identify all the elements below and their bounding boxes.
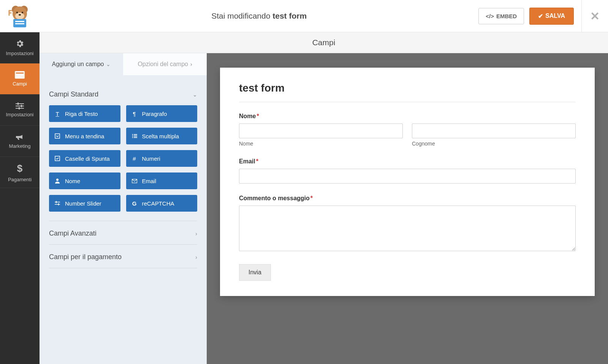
nav-label: Marketing <box>9 143 30 149</box>
svg-rect-14 <box>16 103 24 104</box>
nav-settings[interactable]: Impostazioni <box>0 95 40 126</box>
form-field-message[interactable]: Commento o messaggio* <box>239 195 576 253</box>
tab-label: Aggiungi un campo <box>52 61 104 68</box>
check-icon: ✔ <box>538 13 543 20</box>
field-email[interactable]: Email <box>126 173 198 189</box>
first-name-sublabel: Nome <box>239 141 403 147</box>
section-title: Campi <box>312 38 336 47</box>
form-card: test form Nome* Nome Cognome <box>220 68 595 296</box>
hash-icon: # <box>131 155 138 162</box>
editing-form-name: test form <box>272 11 307 20</box>
sliders-icon <box>54 201 60 206</box>
svg-rect-12 <box>16 74 24 76</box>
embed-label: EMBED <box>496 13 517 19</box>
field-recaptcha[interactable]: GreCAPTCHA <box>126 195 198 212</box>
gear-icon <box>15 39 24 48</box>
sliders-icon <box>16 103 24 109</box>
envelope-icon <box>131 179 138 183</box>
form-field-name[interactable]: Nome* Nome Cognome <box>239 113 576 147</box>
svg-rect-11 <box>16 73 24 74</box>
group-advanced[interactable]: Campi Avanzati › <box>49 221 197 244</box>
group-label: Campi per il pagamento <box>49 253 122 261</box>
field-numbers[interactable]: #Numeri <box>126 150 198 167</box>
chevron-down-icon: ⌄ <box>106 61 111 67</box>
save-button[interactable]: ✔ SALVA <box>529 8 574 25</box>
dropdown-icon <box>54 133 60 139</box>
submit-button[interactable]: Invia <box>239 264 271 281</box>
last-name-sublabel: Cognome <box>412 141 576 147</box>
nav-fields[interactable]: Campi <box>0 63 40 95</box>
first-name-input[interactable] <box>239 123 403 138</box>
svg-rect-20 <box>55 134 60 138</box>
svg-rect-19 <box>19 107 20 109</box>
name-label: Nome* <box>239 113 576 120</box>
last-name-input[interactable] <box>412 123 576 138</box>
tab-label: Opzioni del campo <box>138 61 188 68</box>
group-standard[interactable]: Campi Standard ⌄ <box>49 82 197 105</box>
text-icon: T <box>54 111 60 117</box>
form-field-email[interactable]: Email* <box>239 158 576 184</box>
nav-marketing[interactable]: Marketing <box>0 126 40 157</box>
embed-button[interactable]: </> EMBED <box>478 8 524 24</box>
topbar: Stai modificando test form </> EMBED ✔ S… <box>0 0 608 32</box>
close-icon: ✕ <box>590 9 600 23</box>
close-button[interactable]: ✕ <box>581 0 608 32</box>
field-multichoice[interactable]: Scelta multipla <box>126 128 198 144</box>
group-payment[interactable]: Campi per il pagamento › <box>49 245 197 268</box>
chevron-down-icon: ⌄ <box>193 92 197 98</box>
code-icon: </> <box>486 13 494 19</box>
group-label: Campi Avanzati <box>49 229 97 237</box>
field-paragraph[interactable]: ¶Paragrafo <box>126 105 198 122</box>
user-icon <box>54 178 60 184</box>
svg-rect-26 <box>134 137 137 138</box>
form-preview: test form Nome* Nome Cognome <box>207 53 608 364</box>
checkbox-icon <box>54 156 60 161</box>
svg-point-4 <box>16 12 18 13</box>
svg-point-5 <box>22 12 23 13</box>
bullhorn-icon <box>15 133 24 141</box>
email-input[interactable] <box>239 169 576 184</box>
svg-rect-16 <box>16 106 24 106</box>
field-slider[interactable]: Number Slider <box>49 195 120 212</box>
svg-rect-9 <box>15 23 24 24</box>
group-label: Campi Standard <box>49 90 98 98</box>
required-asterisk: * <box>256 158 258 165</box>
topbar-actions: </> EMBED ✔ SALVA <box>478 8 574 25</box>
save-label: SALVA <box>545 13 565 19</box>
list-icon <box>131 134 138 138</box>
nav-label: Campi <box>13 81 27 87</box>
tab-add-field[interactable]: Aggiungi un campo ⌄ <box>40 53 123 75</box>
editing-prefix: Stai modificando <box>211 11 272 20</box>
svg-rect-8 <box>15 21 24 22</box>
field-text[interactable]: TRiga di Testo <box>49 105 120 122</box>
required-asterisk: * <box>256 113 259 119</box>
chevron-right-icon: › <box>190 61 192 67</box>
svg-rect-24 <box>134 136 137 136</box>
message-label: Commento o messaggio* <box>239 195 576 202</box>
fields-panel: Aggiungi un campo ⌄ Opzioni del campo › … <box>40 53 207 364</box>
nav-setup[interactable]: Impostazioni <box>0 32 40 63</box>
svg-rect-31 <box>56 201 57 203</box>
nav-label: Impostazioni <box>6 112 34 117</box>
svg-rect-15 <box>17 103 19 105</box>
nav-payments[interactable]: $ Pagamenti <box>0 157 40 188</box>
tab-field-options[interactable]: Opzioni del campo › <box>123 53 207 75</box>
svg-rect-13 <box>16 76 21 78</box>
paragraph-icon: ¶ <box>131 111 138 117</box>
nav-label: Pagamenti <box>8 177 32 182</box>
message-textarea[interactable] <box>239 206 576 251</box>
svg-point-3 <box>15 13 24 19</box>
field-name[interactable]: Nome <box>49 173 120 189</box>
field-checkbox[interactable]: Caselle di Spunta <box>49 150 120 167</box>
chevron-right-icon: › <box>195 231 197 237</box>
left-nav: Impostazioni Campi Impostazioni Marketin… <box>0 32 40 364</box>
svg-point-6 <box>19 14 21 16</box>
svg-rect-22 <box>134 134 137 135</box>
svg-rect-17 <box>21 105 22 107</box>
field-dropdown[interactable]: Menu a tendina <box>49 128 120 144</box>
svg-point-21 <box>132 134 133 135</box>
page-title: Stai modificando test form <box>40 11 478 21</box>
svg-rect-32 <box>55 204 60 205</box>
form-title: test form <box>239 82 576 102</box>
email-label: Email* <box>239 158 576 165</box>
